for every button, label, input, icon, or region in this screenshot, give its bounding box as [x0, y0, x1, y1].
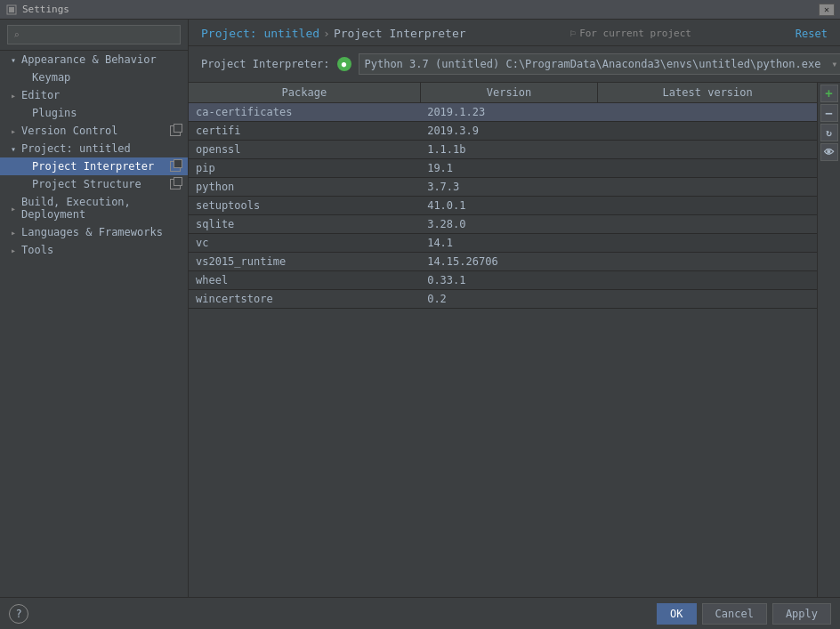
table-row[interactable]: vc14.1: [189, 234, 817, 253]
cell-latest: [598, 122, 817, 141]
cell-version: 14.15.26706: [420, 253, 598, 271]
packages-table-container: Package Version Latest version ca-certif…: [189, 83, 840, 597]
sidebar-item-label: Plugins: [32, 107, 181, 119]
cell-version: 3.7.3: [420, 178, 598, 197]
refresh-packages-button[interactable]: ↻: [820, 124, 838, 141]
sidebar-items-container: ▾Appearance & BehaviorKeymap▸EditorPlugi…: [0, 51, 188, 259]
table-row[interactable]: vs2015_runtime14.15.26706: [189, 253, 817, 271]
cell-version: 1.1.1b: [420, 141, 598, 159]
cell-latest: [598, 290, 817, 309]
arrow-open-icon: ▾: [11, 55, 21, 65]
remove-package-button[interactable]: −: [820, 104, 838, 122]
sidebar-item-version-control[interactable]: ▸Version Control: [0, 122, 188, 140]
sidebar-item-label: Project Structure: [32, 178, 170, 190]
packages-tbody: ca-certificates2019.1.23certifi2019.3.9o…: [189, 103, 817, 309]
main-layout: ▾Appearance & BehaviorKeymap▸EditorPlugi…: [0, 20, 840, 597]
arrow-closed-icon: ▸: [11, 126, 21, 136]
cell-version: 2019.3.9: [420, 122, 598, 141]
packages-table-element: Package Version Latest version ca-certif…: [189, 83, 817, 309]
arrow-closed-icon: ▸: [11, 91, 21, 101]
sidebar-item-appearance-behavior[interactable]: ▾Appearance & Behavior: [0, 51, 188, 69]
cell-package: setuptools: [189, 197, 420, 215]
for-current-label: For current project: [579, 28, 691, 39]
sidebar-item-editor[interactable]: ▸Editor: [0, 86, 188, 104]
content-header: Project: untitled › Project Interpreter …: [189, 20, 840, 46]
for-current-project: ⚐ For current project: [570, 28, 691, 39]
arrow-closed-icon: ▸: [11, 204, 21, 214]
sidebar-item-languages-frameworks[interactable]: ▸Languages & Frameworks: [0, 223, 188, 241]
breadcrumb-current: Project Interpreter: [334, 27, 466, 40]
col-version[interactable]: Version: [420, 83, 598, 103]
cell-latest: [598, 178, 817, 197]
breadcrumb-project[interactable]: Project: untitled: [201, 27, 319, 40]
arrow-closed-icon: ▸: [11, 228, 21, 238]
table-row[interactable]: pip19.1: [189, 159, 817, 178]
reset-button[interactable]: Reset: [796, 28, 828, 40]
table-actions-sidebar: + − ↻ 👁: [817, 83, 840, 597]
apply-button[interactable]: Apply: [772, 603, 831, 625]
footer-left: ?: [9, 604, 28, 624]
add-package-button[interactable]: +: [820, 85, 838, 102]
cell-version: 0.2: [420, 290, 598, 309]
sidebar-item-label: Keymap: [32, 71, 181, 84]
svg-rect-1: [9, 7, 14, 12]
sidebar: ▾Appearance & BehaviorKeymap▸EditorPlugi…: [0, 20, 189, 597]
col-latest[interactable]: Latest version: [598, 83, 817, 103]
table-row[interactable]: openssl1.1.1b: [189, 141, 817, 159]
arrow-closed-icon: ▸: [11, 246, 21, 255]
show-details-button[interactable]: 👁: [820, 143, 838, 161]
close-button[interactable]: ✕: [819, 4, 835, 16]
sidebar-item-project-structure[interactable]: Project Structure: [0, 175, 188, 193]
table-row[interactable]: wheel0.33.1: [189, 271, 817, 290]
sidebar-item-build-execution[interactable]: ▸Build, Execution, Deployment: [0, 193, 188, 223]
sidebar-item-plugins[interactable]: Plugins: [0, 104, 188, 122]
sidebar-item-project-untitled[interactable]: ▾Project: untitled: [0, 140, 188, 157]
table-row[interactable]: certifi2019.3.9: [189, 122, 817, 141]
cell-version: 41.0.1: [420, 197, 598, 215]
table-row[interactable]: setuptools41.0.1: [189, 197, 817, 215]
help-button[interactable]: ?: [9, 604, 28, 624]
cell-latest: [598, 271, 817, 290]
interpreter-select[interactable]: Python 3.7 (untitled) C:\ProgramData\Ana…: [359, 53, 841, 75]
cell-package: wheel: [189, 271, 420, 290]
sidebar-item-project-interpreter[interactable]: Project Interpreter: [0, 157, 188, 175]
ok-button[interactable]: OK: [657, 603, 696, 625]
copy-icon: [170, 125, 181, 136]
col-package[interactable]: Package: [189, 83, 420, 103]
table-row[interactable]: ca-certificates2019.1.23: [189, 103, 817, 122]
interpreter-row: Project Interpreter: ● Python 3.7 (untit…: [189, 46, 840, 83]
cell-version: 0.33.1: [420, 271, 598, 290]
cell-latest: [598, 141, 817, 159]
sidebar-item-keymap[interactable]: Keymap: [0, 69, 188, 86]
interpreter-label: Project Interpreter:: [201, 58, 330, 70]
table-row[interactable]: python3.7.3: [189, 178, 817, 197]
table-row[interactable]: wincertstore0.2: [189, 290, 817, 309]
cell-latest: [598, 234, 817, 253]
sidebar-item-label: Project Interpreter: [32, 160, 170, 173]
table-row[interactable]: sqlite3.28.0: [189, 215, 817, 234]
cell-package: ca-certificates: [189, 103, 420, 122]
sidebar-item-label: Editor: [21, 89, 181, 101]
footer-buttons: OK Cancel Apply: [657, 603, 831, 625]
copy-icon: [170, 161, 181, 172]
copy-icon: [170, 179, 181, 190]
content-area: Project: untitled › Project Interpreter …: [189, 20, 840, 597]
cell-latest: [598, 215, 817, 234]
cell-latest: [598, 159, 817, 178]
python-icon: ●: [337, 57, 351, 71]
breadcrumb-separator: ›: [323, 27, 330, 40]
search-input[interactable]: [7, 25, 181, 44]
sidebar-item-label: Project: untitled: [21, 142, 181, 155]
table-header: Package Version Latest version: [189, 83, 817, 103]
search-box: [0, 20, 188, 51]
cell-package: vc: [189, 234, 420, 253]
interpreter-select-wrap: Python 3.7 (untitled) C:\ProgramData\Ana…: [359, 53, 841, 75]
cell-package: certifi: [189, 122, 420, 141]
cell-version: 2019.1.23: [420, 103, 598, 122]
sidebar-item-tools[interactable]: ▸Tools: [0, 241, 188, 259]
title-bar: Settings ✕: [0, 0, 840, 20]
cancel-button[interactable]: Cancel: [702, 603, 767, 625]
sidebar-item-label: Build, Execution, Deployment: [21, 196, 181, 221]
cell-package: pip: [189, 159, 420, 178]
cell-latest: [598, 253, 817, 271]
